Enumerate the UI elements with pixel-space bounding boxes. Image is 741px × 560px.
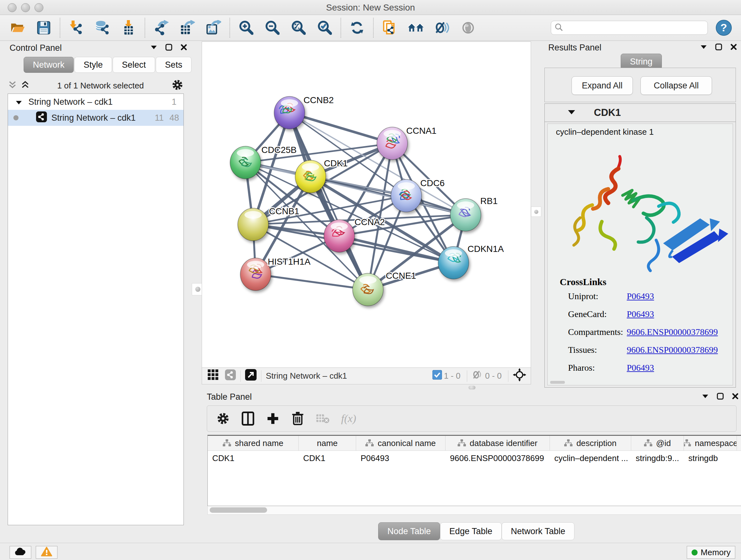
import-network-button[interactable] <box>67 18 85 37</box>
open-session-button[interactable] <box>9 18 26 37</box>
show-eye-button[interactable] <box>459 18 477 37</box>
zoom-in-button[interactable] <box>237 18 255 37</box>
export-table-button[interactable] <box>179 18 196 37</box>
close-panel-icon[interactable] <box>732 393 738 401</box>
float-panel-icon[interactable] <box>715 44 722 52</box>
network-node-CCNB1[interactable] <box>238 208 268 241</box>
network-node-CCNA2[interactable] <box>324 220 354 252</box>
network-node-CDC6[interactable] <box>391 179 421 212</box>
panel-menu-caret-icon[interactable] <box>700 45 707 51</box>
network-node-CCNB2[interactable] <box>274 97 305 129</box>
column-header-namespace[interactable]: namespace <box>684 436 737 450</box>
crosslink-link[interactable]: 9606.ENSP00000378699 <box>627 345 718 355</box>
column-header-canonical-name[interactable]: canonical name <box>356 436 446 450</box>
table-cell[interactable]: cyclin–dependent ... <box>550 451 631 465</box>
network-node-CCNA1[interactable] <box>377 127 408 160</box>
column-header-name[interactable]: name <box>299 436 356 450</box>
column-header-database-identifier[interactable]: database identifier <box>446 436 550 450</box>
refresh-button[interactable] <box>348 18 366 37</box>
results-hscroll-thumb[interactable] <box>550 381 565 384</box>
show-columns-icon[interactable] <box>240 410 256 427</box>
help-button[interactable]: ? <box>716 19 732 36</box>
selected-checkbox-icon[interactable] <box>432 370 442 382</box>
network-node-CCNE1[interactable] <box>353 273 383 306</box>
tab-select[interactable]: Select <box>113 57 155 73</box>
bottom-splitter-handle[interactable] <box>468 386 475 389</box>
right-splitter-handle[interactable] <box>531 206 541 217</box>
memory-button[interactable]: Memory <box>687 546 735 559</box>
string-home-button[interactable] <box>407 18 425 37</box>
panel-menu-caret-icon[interactable] <box>702 394 709 400</box>
warnings-button[interactable] <box>36 546 57 559</box>
close-panel-icon[interactable] <box>731 44 737 51</box>
save-session-button[interactable] <box>35 18 53 37</box>
import-database-button[interactable] <box>93 18 111 37</box>
network-selected-summary: 1 of 1 Network selected <box>29 81 172 91</box>
tree-expand-caret-icon[interactable] <box>16 97 22 107</box>
hscroll-thumb[interactable] <box>210 507 267 513</box>
expand-all-icon[interactable] <box>21 81 29 90</box>
tab-node-table[interactable]: Node Table <box>378 522 440 540</box>
network-canvas[interactable]: CCNB2CCNA1CDC25BCDK1CDC6RB1CCNB1CCNA2CDK… <box>202 42 531 368</box>
network-row-selected[interactable]: String Network – cdk1 11 48 <box>8 110 184 126</box>
import-table-button[interactable] <box>120 18 138 37</box>
clone-network-button[interactable] <box>381 18 399 37</box>
search-field[interactable] <box>551 21 708 35</box>
table-cell[interactable]: P06493 <box>356 451 446 465</box>
float-panel-icon[interactable] <box>165 44 172 52</box>
crosslink-link[interactable]: P06493 <box>627 291 654 301</box>
table-row[interactable]: CDK1CDK1P064939606.ENSP00000378699cyclin… <box>208 451 741 465</box>
network-collection-row[interactable]: String Network – cdk1 1 <box>8 94 184 110</box>
add-column-icon[interactable] <box>265 410 281 427</box>
tab-network-table[interactable]: Network Table <box>502 522 575 540</box>
protein-section-header[interactable]: CDK1 <box>545 104 736 122</box>
column-header--id[interactable]: @id <box>631 436 684 450</box>
collapse-all-icon[interactable] <box>8 81 17 90</box>
table-panel-title: Table Panel <box>207 392 252 402</box>
hide-panels-button[interactable] <box>433 18 451 37</box>
network-share-icon[interactable] <box>225 369 236 382</box>
network-node-CDK1[interactable] <box>295 160 326 193</box>
table-cell[interactable]: CDK1 <box>299 451 356 465</box>
section-caret-icon[interactable] <box>568 110 576 116</box>
zoom-selected-button[interactable] <box>316 18 333 37</box>
network-node-CDC25B[interactable] <box>230 146 261 179</box>
zoom-fit-button[interactable] <box>289 18 307 37</box>
hidden-eye-icon[interactable] <box>472 370 483 382</box>
table-cell[interactable]: 9606.ENSP00000378699 <box>446 451 550 465</box>
collapse-all-button[interactable]: Collapse All <box>641 76 712 95</box>
tab-style[interactable]: Style <box>74 57 112 73</box>
node-table[interactable]: shared namenamecanonical namedatabase id… <box>207 435 741 506</box>
table-cell[interactable]: CDK1 <box>208 451 299 465</box>
table-hscrollbar[interactable] <box>207 506 741 515</box>
table-options-gear-icon[interactable] <box>215 410 231 427</box>
delete-column-trash-icon[interactable] <box>289 410 306 427</box>
cloud-button[interactable] <box>10 546 31 559</box>
tab-string[interactable]: String <box>621 54 662 70</box>
close-panel-icon[interactable] <box>181 44 187 52</box>
zoom-out-button[interactable] <box>263 18 281 37</box>
network-node-RB1[interactable] <box>450 199 481 231</box>
crosslink-link[interactable]: 9606.ENSP00000378699 <box>627 327 718 337</box>
network-node-CDKN1A[interactable] <box>438 246 469 279</box>
search-input[interactable] <box>563 22 704 34</box>
column-header-shared-name[interactable]: shared name <box>208 436 299 450</box>
grid-view-icon[interactable] <box>208 369 219 382</box>
tab-edge-table[interactable]: Edge Table <box>440 522 502 540</box>
panel-menu-caret-icon[interactable] <box>151 45 157 51</box>
float-panel-icon[interactable] <box>717 393 724 401</box>
birdseye-view-icon[interactable] <box>245 369 257 383</box>
network-options-gear-icon[interactable] <box>172 79 183 92</box>
column-header-description[interactable]: description <box>550 436 631 450</box>
expand-all-button[interactable]: Expand All <box>571 76 633 95</box>
tab-sets[interactable]: Sets <box>156 57 192 73</box>
network-node-HIST1H1A[interactable] <box>240 258 271 291</box>
crosslink-link[interactable]: P06493 <box>627 309 654 319</box>
table-cell[interactable]: stringdb <box>684 451 737 465</box>
fit-selected-crosshair-icon[interactable] <box>513 368 526 384</box>
export-network-button[interactable] <box>152 18 170 37</box>
crosslink-link[interactable]: P06493 <box>627 363 654 373</box>
tab-network[interactable]: Network <box>23 57 74 73</box>
export-image-button[interactable] <box>205 18 222 37</box>
table-cell[interactable]: stringdb:9... <box>631 451 684 465</box>
